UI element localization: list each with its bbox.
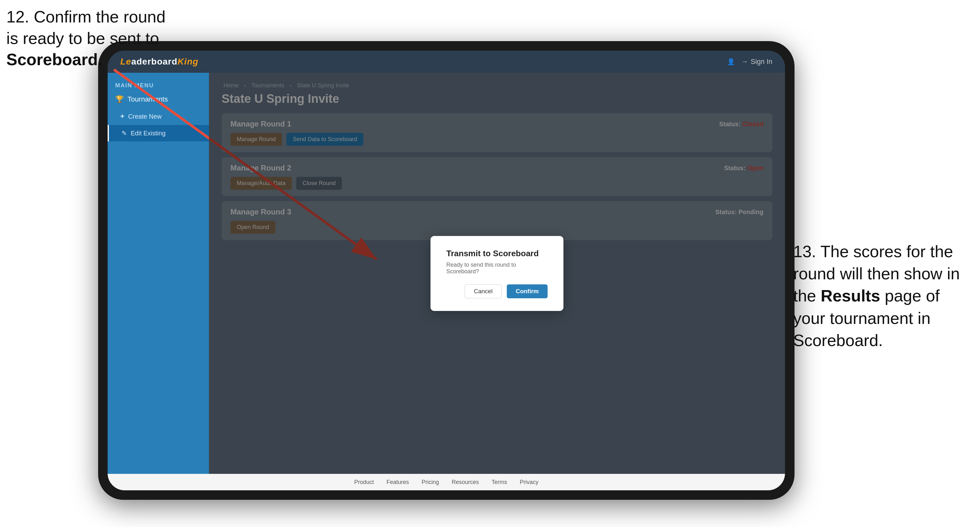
footer-link-features[interactable]: Features [387,479,409,486]
tablet-screen: LeaderboardKing → Sign In MAIN MENU Tour… [108,51,785,490]
transmit-modal: Transmit to Scoreboard Ready to send thi… [431,236,563,311]
sign-in-button[interactable]: → Sign In [741,57,773,66]
sidebar-edit-label: Edit Existing [131,130,165,137]
modal-title: Transmit to Scoreboard [446,249,547,259]
annotation-right-text: 13. The scores for the round will then s… [793,242,960,349]
edit-icon [122,129,127,137]
modal-subtitle: Ready to send this round to Scoreboard? [446,262,547,275]
top-nav: LeaderboardKing → Sign In [108,51,785,73]
top-nav-right: → Sign In [727,57,773,66]
tablet-device: LeaderboardKing → Sign In MAIN MENU Tour… [98,41,794,500]
annotation-right: 13. The scores for the round will then s… [793,240,970,351]
user-icon [727,58,735,65]
main-area: MAIN MENU Tournaments Create New Edit Ex… [108,73,785,474]
sidebar-item-create-new[interactable]: Create New [108,108,209,125]
modal-confirm-button[interactable]: Confirm [507,284,547,298]
sidebar-tournaments-label: Tournaments [127,95,168,103]
main-content: Home › Tournaments › State U Spring Invi… [209,73,785,474]
annotation-top: 12. Confirm the round is ready to be sen… [6,6,165,71]
annotation-line1: 12. Confirm the round [6,8,165,26]
footer: Product Features Pricing Resources Terms… [108,474,785,490]
annotation-line2: is ready to be sent to [6,29,159,48]
modal-cancel-button[interactable]: Cancel [465,284,502,298]
modal-overlay: Transmit to Scoreboard Ready to send thi… [209,73,785,474]
sidebar-item-edit-existing[interactable]: Edit Existing [108,125,209,141]
sign-in-icon: → [741,57,748,66]
modal-actions: Cancel Confirm [446,284,547,298]
trophy-icon [115,95,124,103]
footer-link-resources[interactable]: Resources [452,479,479,486]
footer-link-terms[interactable]: Terms [492,479,507,486]
footer-link-privacy[interactable]: Privacy [520,479,538,486]
sidebar: MAIN MENU Tournaments Create New Edit Ex… [108,73,209,474]
plus-icon [120,112,124,121]
footer-link-product[interactable]: Product [354,479,374,486]
footer-link-pricing[interactable]: Pricing [422,479,439,486]
sidebar-menu-label: MAIN MENU [108,79,209,91]
sidebar-item-tournaments[interactable]: Tournaments [108,91,209,108]
sign-in-label: Sign In [751,57,773,66]
annotation-line3: Scoreboard. [6,50,102,69]
sidebar-create-label: Create New [128,113,162,120]
